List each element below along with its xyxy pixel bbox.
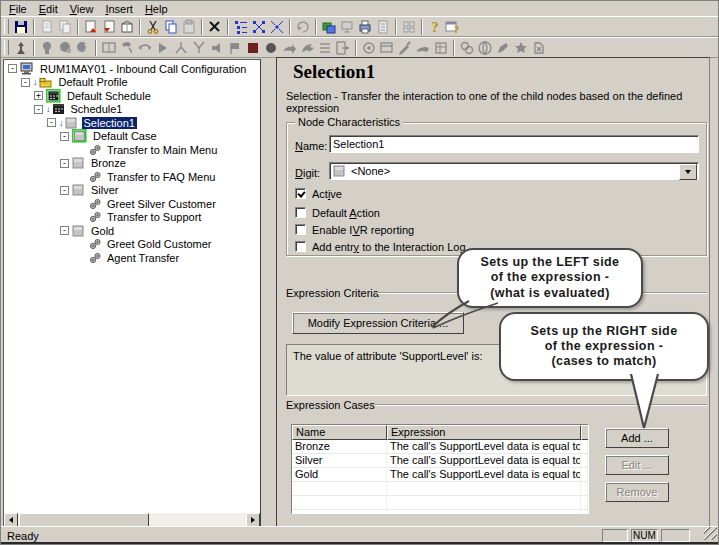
expander-icon[interactable]: - bbox=[60, 226, 69, 235]
add-button[interactable]: Add ... bbox=[605, 428, 669, 448]
column-header-name[interactable]: Name bbox=[292, 425, 387, 440]
link-tool-icon[interactable] bbox=[458, 39, 476, 56]
phone-tool-icon[interactable] bbox=[118, 39, 136, 56]
tree-item-default-case[interactable]: - Default Case bbox=[5, 130, 259, 144]
tree-item-schedule1[interactable]: - ↓ Schedule1 bbox=[5, 103, 259, 117]
target-filled-tool-icon[interactable] bbox=[56, 39, 74, 56]
active-checkbox-row[interactable]: Active bbox=[295, 187, 342, 200]
table-tool-icon[interactable] bbox=[512, 39, 530, 56]
combo-dropdown-button[interactable] bbox=[679, 164, 697, 180]
column-header-expression[interactable]: Expression bbox=[387, 425, 581, 440]
menu-help[interactable]: Help bbox=[139, 2, 174, 16]
table-row[interactable]: Silver The call's SupportLevel data is e… bbox=[292, 454, 588, 468]
expander-icon[interactable]: - bbox=[34, 105, 43, 114]
resize-grip[interactable] bbox=[704, 527, 717, 540]
active-checkbox[interactable] bbox=[295, 188, 306, 199]
tree-item-selection1[interactable]: - ↓ Selection1 bbox=[5, 116, 259, 130]
tree-item-greet-gold[interactable]: Greet Gold Customer bbox=[5, 238, 259, 252]
toolbar-grip[interactable] bbox=[4, 19, 9, 34]
check-in-icon[interactable] bbox=[82, 18, 100, 35]
ivr-reporting-checkbox-row[interactable]: Enable IVR reporting bbox=[295, 223, 414, 236]
settings-tool-icon[interactable] bbox=[396, 39, 414, 56]
remove-button[interactable]: Remove bbox=[605, 482, 669, 502]
cut-tool-icon[interactable] bbox=[414, 39, 432, 56]
remove-tool-icon[interactable] bbox=[530, 39, 548, 56]
save-icon[interactable] bbox=[12, 18, 30, 35]
delete-icon[interactable] bbox=[206, 18, 224, 35]
history-icon[interactable] bbox=[294, 18, 312, 35]
exit-tool-icon[interactable] bbox=[334, 39, 352, 56]
tiles-icon[interactable] bbox=[400, 18, 418, 35]
properties-icon[interactable] bbox=[38, 18, 56, 35]
expander-icon[interactable]: - bbox=[8, 64, 17, 73]
menu-file[interactable]: File bbox=[3, 2, 33, 16]
expression-cases-table[interactable]: Name Expression Bronze The call's Suppor… bbox=[291, 424, 589, 514]
tree-list-icon[interactable] bbox=[232, 18, 250, 35]
help-icon[interactable]: ? bbox=[426, 18, 444, 35]
cut-icon[interactable] bbox=[144, 18, 162, 35]
copy-icon[interactable] bbox=[162, 18, 180, 35]
target-partial-tool-icon[interactable] bbox=[74, 39, 92, 56]
list-tool-icon[interactable] bbox=[316, 39, 334, 56]
expander-icon[interactable]: - bbox=[60, 159, 69, 168]
edit-button[interactable]: Edit ... bbox=[605, 455, 669, 475]
tree-item-default-profile[interactable]: - ↓ Default Profile bbox=[5, 76, 259, 90]
collapse-all-icon[interactable] bbox=[268, 18, 286, 35]
menu-insert[interactable]: Insert bbox=[99, 2, 139, 16]
stop-tool-icon[interactable] bbox=[244, 39, 262, 56]
tree-item-bronze[interactable]: - Bronze bbox=[5, 157, 259, 171]
menu-view[interactable]: View bbox=[64, 2, 100, 16]
publish-icon[interactable] bbox=[320, 18, 338, 35]
tree-item-rum1may01[interactable]: - RUM1MAY01 - Inbound Call Configuration bbox=[5, 62, 259, 76]
copy-properties-icon[interactable] bbox=[56, 18, 74, 35]
expand-all-icon[interactable] bbox=[250, 18, 268, 35]
context-help-icon[interactable]: ? bbox=[444, 18, 462, 35]
interaction-log-checkbox[interactable] bbox=[295, 241, 306, 252]
flag-tool-icon[interactable] bbox=[226, 39, 244, 56]
scrollbar-thumb[interactable] bbox=[19, 513, 149, 527]
call-transfer-tool-icon[interactable] bbox=[136, 39, 154, 56]
expander-icon[interactable]: - bbox=[60, 186, 69, 195]
name-input[interactable] bbox=[329, 135, 699, 153]
package-icon[interactable] bbox=[118, 18, 136, 35]
tree-item-transfer-faq-menu[interactable]: Transfer to FAQ Menu bbox=[5, 170, 259, 184]
tree-item-silver[interactable]: - Silver bbox=[5, 184, 259, 198]
import-tool-icon[interactable] bbox=[360, 39, 378, 56]
forward-tool-icon[interactable] bbox=[280, 39, 298, 56]
expander-icon[interactable]: - bbox=[60, 132, 69, 141]
target-tool-icon[interactable] bbox=[38, 39, 56, 56]
route-tool-icon[interactable] bbox=[12, 39, 30, 56]
tree-item-greet-silver[interactable]: Greet Silver Customer bbox=[5, 197, 259, 211]
tree-item-agent-transfer[interactable]: Agent Transfer bbox=[5, 251, 259, 265]
interaction-log-checkbox-row[interactable]: Add entry to the Interaction Log bbox=[295, 240, 466, 253]
expander-icon[interactable]: + bbox=[34, 91, 43, 100]
connect-icon[interactable] bbox=[338, 18, 356, 35]
default-action-checkbox[interactable] bbox=[295, 207, 306, 218]
toolbar-grip-2[interactable] bbox=[4, 40, 9, 55]
scroll-right-icon[interactable] bbox=[246, 513, 260, 527]
expander-icon[interactable]: - bbox=[47, 118, 56, 127]
paste-icon[interactable] bbox=[180, 18, 198, 35]
report-icon[interactable] bbox=[374, 18, 392, 35]
redirect-tool-icon[interactable] bbox=[432, 39, 450, 56]
address-book-tool-icon[interactable] bbox=[100, 39, 118, 56]
merge-tool-icon[interactable] bbox=[190, 39, 208, 56]
scroll-left-icon[interactable] bbox=[4, 513, 18, 527]
branch-tool-icon[interactable] bbox=[172, 39, 190, 56]
globe-tool-icon[interactable] bbox=[476, 39, 494, 56]
modify-expression-criteria-button[interactable]: Modify Expression Criteria ... bbox=[292, 312, 464, 334]
announce-tool-icon[interactable] bbox=[208, 39, 226, 56]
route-point-tool-icon[interactable] bbox=[298, 39, 316, 56]
ivr-reporting-checkbox[interactable] bbox=[295, 224, 306, 235]
table-row[interactable]: Bronze The call's SupportLevel data is e… bbox=[292, 440, 588, 454]
menu-edit[interactable]: Edit bbox=[33, 2, 64, 16]
tree-item-transfer-support[interactable]: Transfer to Support bbox=[5, 211, 259, 225]
draw-tool-icon[interactable] bbox=[494, 39, 512, 56]
play-tool-icon[interactable] bbox=[154, 39, 172, 56]
tree-item-gold[interactable]: - Gold bbox=[5, 224, 259, 238]
tree-item-default-schedule[interactable]: + Default Schedule bbox=[5, 89, 259, 103]
tree-item-transfer-main-menu[interactable]: Transfer to Main Menu bbox=[5, 143, 259, 157]
default-action-checkbox-row[interactable]: Default Action bbox=[295, 206, 380, 219]
print-icon[interactable] bbox=[356, 18, 374, 35]
table-row[interactable]: Gold The call's SupportLevel data is equ… bbox=[292, 468, 588, 482]
